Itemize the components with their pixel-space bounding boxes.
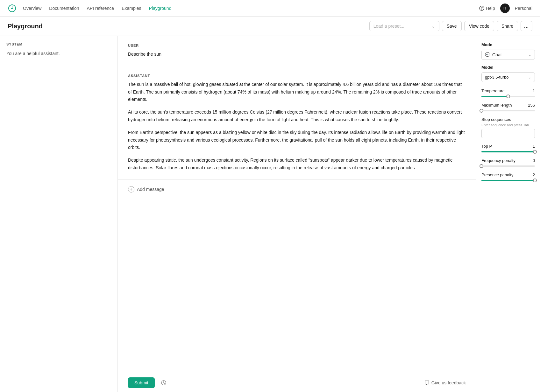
page-title: Playground xyxy=(8,23,43,30)
temperature-label: Temperature xyxy=(481,88,505,93)
share-button[interactable]: Share xyxy=(497,21,518,31)
model-section: Model gpt-3.5-turbo ⌄ xyxy=(481,65,535,82)
max-length-section: Maximum length 256 xyxy=(481,103,535,111)
max-length-value: 256 xyxy=(528,103,535,108)
model-chevron-icon: ⌄ xyxy=(528,75,531,80)
page-header: Playground Load a preset... ⌄ Save View … xyxy=(0,17,540,36)
assistant-message-content: The sun is a massive ball of hot, glowin… xyxy=(128,81,466,172)
freq-penalty-slider-track[interactable] xyxy=(481,165,535,167)
add-message-label: Add message xyxy=(137,187,164,192)
stop-sequences-label: Stop sequences xyxy=(481,117,535,122)
freq-penalty-label: Frequency penalty xyxy=(481,158,515,163)
nav-playground[interactable]: Playground xyxy=(149,6,172,11)
mode-select-inner: 💬 Chat xyxy=(485,52,502,57)
assistant-para-2: At its core, the sun's temperature excee… xyxy=(128,108,466,124)
mode-chevron-icon: ⌄ xyxy=(528,52,531,57)
presence-penalty-value: 2 xyxy=(533,172,535,177)
more-button[interactable]: ... xyxy=(521,21,532,31)
avatar[interactable]: H xyxy=(500,4,510,13)
temperature-slider-fill xyxy=(481,96,508,97)
mode-section: Mode 💬 Chat ⌄ xyxy=(481,42,535,60)
add-icon: + xyxy=(128,186,134,192)
history-button[interactable] xyxy=(159,378,169,388)
temperature-slider-thumb[interactable] xyxy=(506,94,510,98)
chat-area: USER Describe the sun ASSISTANT The sun … xyxy=(118,36,476,392)
personal-label[interactable]: Personal xyxy=(515,6,532,11)
logo[interactable] xyxy=(8,4,17,13)
feedback-button[interactable]: Give us feedback xyxy=(424,380,466,385)
top-p-value: 1 xyxy=(533,144,535,149)
assistant-para-3: From Earth's perspective, the sun appear… xyxy=(128,129,466,151)
temperature-section: Temperature 1 xyxy=(481,88,535,97)
freq-penalty-slider-thumb[interactable] xyxy=(480,164,483,168)
presence-penalty-slider-fill xyxy=(481,180,535,181)
mode-value: Chat xyxy=(492,52,502,57)
main-layout: SYSTEM You are a helpful assistant. USER… xyxy=(0,36,540,392)
presence-penalty-header: Presence penalty 2 xyxy=(481,172,535,177)
freq-penalty-section: Frequency penalty 0 xyxy=(481,158,535,167)
assistant-para-1: The sun is a massive ball of hot, glowin… xyxy=(128,81,466,103)
stop-sequences-input[interactable] xyxy=(481,129,535,138)
max-length-header: Maximum length 256 xyxy=(481,103,535,108)
header-controls: Load a preset... ⌄ Save View code Share … xyxy=(369,21,532,31)
freq-penalty-value: 0 xyxy=(533,158,535,163)
add-message-button[interactable]: + Add message xyxy=(128,186,466,192)
top-p-slider-thumb[interactable] xyxy=(533,150,537,154)
system-text[interactable]: You are a helpful assistant. xyxy=(6,50,111,57)
mode-label: Mode xyxy=(481,42,535,47)
add-message-row: + Add message xyxy=(118,180,476,199)
presence-penalty-label: Presence penalty xyxy=(481,172,513,177)
view-code-button[interactable]: View code xyxy=(464,21,494,31)
chat-footer: Submit Give us feedback xyxy=(118,372,476,392)
stop-sequences-hint: Enter sequence and press Tab xyxy=(481,123,535,127)
top-p-label: Top P xyxy=(481,144,492,149)
stop-sequences-section: Stop sequences Enter sequence and press … xyxy=(481,117,535,138)
feedback-icon xyxy=(424,380,430,385)
model-select[interactable]: gpt-3.5-turbo ⌄ xyxy=(481,72,535,82)
mode-select[interactable]: 💬 Chat ⌄ xyxy=(481,50,535,60)
messages-container: USER Describe the sun ASSISTANT The sun … xyxy=(118,36,476,372)
preset-dropdown[interactable]: Load a preset... ⌄ xyxy=(369,21,439,31)
top-nav: Overview Documentation API reference Exa… xyxy=(0,0,540,17)
model-label: Model xyxy=(481,65,535,70)
top-p-slider-fill xyxy=(481,151,535,152)
presence-penalty-section: Presence penalty 2 xyxy=(481,172,535,181)
temperature-header: Temperature 1 xyxy=(481,88,535,93)
top-p-section: Top P 1 xyxy=(481,144,535,152)
nav-links: Overview Documentation API reference Exa… xyxy=(23,6,171,11)
presence-penalty-slider-track[interactable] xyxy=(481,180,535,181)
help-icon: ? xyxy=(479,6,484,11)
top-p-header: Top P 1 xyxy=(481,144,535,149)
nav-documentation[interactable]: Documentation xyxy=(49,6,79,11)
chat-mode-icon: 💬 xyxy=(485,52,490,57)
save-button[interactable]: Save xyxy=(442,21,462,31)
feedback-label: Give us feedback xyxy=(431,380,466,385)
submit-button[interactable]: Submit xyxy=(128,377,155,388)
system-label: SYSTEM xyxy=(6,42,111,46)
user-message-content[interactable]: Describe the sun xyxy=(128,51,466,58)
temperature-slider-track[interactable] xyxy=(481,96,535,97)
message-row: USER Describe the sun xyxy=(118,36,476,66)
top-p-slider-track[interactable] xyxy=(481,151,535,152)
max-length-slider-thumb[interactable] xyxy=(480,109,483,113)
freq-penalty-header: Frequency penalty 0 xyxy=(481,158,535,163)
presence-penalty-slider-thumb[interactable] xyxy=(533,178,537,182)
help-button[interactable]: ? Help xyxy=(479,6,495,11)
settings-panel: Mode 💬 Chat ⌄ Model gpt-3.5-turbo ⌄ Temp… xyxy=(476,36,540,392)
assistant-para-4: Despite appearing static, the sun underg… xyxy=(128,157,466,172)
nav-overview[interactable]: Overview xyxy=(23,6,41,11)
max-length-label: Maximum length xyxy=(481,103,512,108)
max-length-slider-track[interactable] xyxy=(481,110,535,111)
system-panel: SYSTEM You are a helpful assistant. xyxy=(0,36,118,392)
user-role-label: USER xyxy=(128,44,466,47)
assistant-message-row: ASSISTANT The sun is a massive ball of h… xyxy=(118,66,476,180)
nav-right: ? Help H Personal xyxy=(479,4,532,13)
svg-text:?: ? xyxy=(481,7,483,10)
assistant-role-label: ASSISTANT xyxy=(128,74,466,78)
nav-api-reference[interactable]: API reference xyxy=(87,6,114,11)
temperature-value: 1 xyxy=(533,88,535,93)
preset-chevron-icon: ⌄ xyxy=(431,24,435,29)
history-icon xyxy=(161,380,167,386)
model-value: gpt-3.5-turbo xyxy=(485,75,508,80)
nav-examples[interactable]: Examples xyxy=(122,6,141,11)
